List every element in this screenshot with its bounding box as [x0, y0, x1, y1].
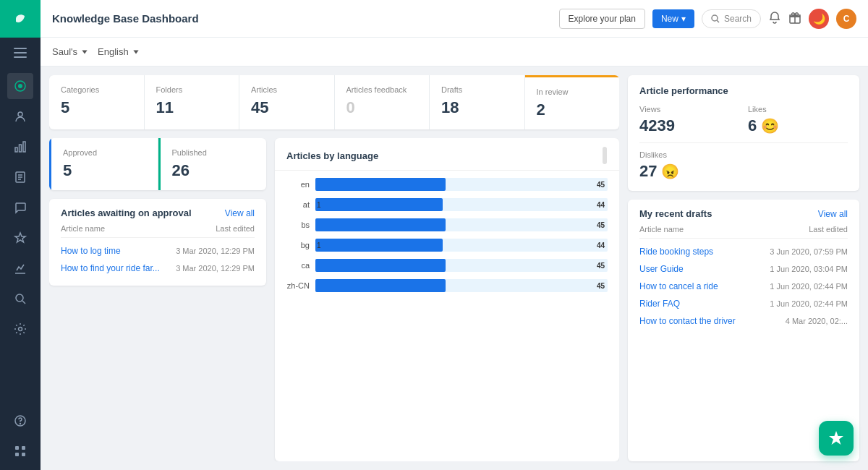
lang-label: at — [286, 200, 310, 209]
avatar[interactable]: C — [836, 9, 856, 29]
awaiting-header: Articles awaiting on approval View all — [61, 208, 255, 218]
views-item: Views 4239 — [639, 105, 739, 135]
performance-card: Article performance Views 4239 Likes 6 😊 — [628, 75, 859, 191]
drafts-label: Drafts — [441, 85, 513, 94]
drafts-scroll[interactable]: Ride booking steps 3 Jun 2020, 07:59 PM … — [639, 243, 848, 453]
bar-fill: 1 — [315, 198, 443, 211]
article-link[interactable]: How to find your ride far... — [61, 263, 160, 273]
bar-fill — [315, 259, 446, 272]
draft-link[interactable]: How to cancel a ride — [639, 281, 718, 291]
lang-chart-scroll[interactable]: en 45 at 1 44 bs — [275, 171, 619, 461]
topbar: Knowledge Base Dashboard Explore your pl… — [41, 0, 868, 38]
sidebar-item-knowledge[interactable] — [7, 73, 33, 99]
lang-chart-title: Articles by language — [286, 150, 378, 161]
theme-icon[interactable]: 🌙 — [809, 9, 829, 29]
table-row: Rider FAQ 1 Jun 2020, 02:44 PM — [639, 295, 848, 312]
drafts-view-all[interactable]: View all — [818, 209, 848, 219]
scroll-indicator[interactable] — [602, 147, 608, 164]
approved-label: Approved — [63, 148, 146, 157]
topbar-actions: Explore your plan New ▾ Search 🌙 C — [559, 9, 856, 29]
notification-icon[interactable] — [768, 11, 781, 27]
svg-line-25 — [717, 20, 719, 22]
search-icon — [711, 14, 720, 23]
draft-date: 1 Jun 2020, 03:04 PM — [770, 265, 848, 273]
draft-link[interactable]: User Guide — [639, 264, 684, 274]
sidebar-item-contacts[interactable] — [7, 103, 33, 129]
lang-chart-card: Articles by language en 45 at — [275, 138, 619, 461]
sidebar-logo[interactable] — [0, 0, 41, 38]
explore-plan-button[interactable]: Explore your plan — [559, 9, 645, 29]
dislikes-item: Dislikes 27 😠 — [639, 150, 848, 181]
table-row: Ride booking steps 3 Jun 2020, 07:59 PM — [639, 243, 848, 260]
workspace-selector[interactable]: Saul's — [52, 46, 89, 57]
sidebar-item-grid[interactable] — [7, 438, 33, 464]
svg-rect-9 — [23, 142, 25, 152]
lang-label: zh-CN — [286, 281, 310, 290]
sidebar-item-chat[interactable] — [7, 195, 33, 221]
bar-container: 45 — [315, 259, 608, 272]
bar-container: 45 — [315, 178, 608, 191]
happy-emoji: 😊 — [761, 117, 779, 134]
chevron-down-icon — [80, 48, 89, 56]
svg-rect-23 — [22, 453, 25, 456]
bar-num: 44 — [597, 201, 605, 209]
drafts-table-header: Article name Last edited — [639, 225, 848, 239]
articles-value: 45 — [251, 98, 323, 117]
stats-row: Categories 5 Folders 11 Articles 45 Arti… — [49, 75, 619, 129]
sidebar-item-help[interactable] — [7, 408, 33, 434]
svg-point-19 — [20, 424, 21, 424]
draft-link[interactable]: Ride booking steps — [639, 247, 713, 257]
categories-card: Categories 5 — [49, 75, 145, 129]
bar-bg: 45 — [315, 218, 608, 231]
draft-link[interactable]: Rider FAQ — [639, 299, 680, 309]
approved-value: 5 — [63, 161, 146, 180]
bar-num: 45 — [597, 181, 605, 189]
svg-point-5 — [18, 84, 22, 88]
bottom-section: Approved 5 Published 26 Articles awaitin… — [49, 138, 619, 461]
performance-title: Article performance — [639, 85, 848, 96]
dislikes-value: 27 😠 — [639, 162, 848, 181]
language-selector[interactable]: English — [98, 46, 140, 57]
chevron-down-icon — [132, 48, 140, 56]
draft-link[interactable]: How to contact the driver — [639, 316, 736, 326]
lang-label: en — [286, 180, 310, 189]
article-date: 3 Mar 2020, 12:29 PM — [176, 247, 255, 255]
awaiting-view-all[interactable]: View all — [225, 208, 255, 218]
in-review-value: 2 — [537, 101, 608, 119]
svg-rect-8 — [20, 145, 22, 152]
hamburger-icon[interactable] — [7, 40, 34, 67]
sidebar-item-analytics[interactable] — [7, 134, 33, 160]
sidebar — [0, 0, 41, 470]
lang-row: bg 1 44 — [286, 239, 608, 252]
bar-bg: 1 44 — [315, 239, 608, 252]
lang-row: zh-CN 45 — [286, 279, 608, 292]
table-row: How to find your ride far... 3 Mar 2020,… — [61, 260, 255, 277]
lang-label: bg — [286, 241, 310, 249]
sidebar-item-charts[interactable] — [7, 255, 33, 281]
table-row: User Guide 1 Jun 2020, 03:04 PM — [639, 260, 848, 278]
sidebar-item-docs[interactable] — [7, 164, 33, 190]
sidebar-item-reports[interactable] — [7, 225, 33, 251]
float-action-button[interactable] — [819, 421, 854, 456]
sidebar-item-search[interactable] — [7, 286, 33, 312]
folders-value: 11 — [156, 98, 228, 117]
float-icon — [827, 430, 845, 447]
performance-grid: Views 4239 Likes 6 😊 — [639, 105, 848, 135]
sidebar-item-settings[interactable] — [7, 316, 33, 342]
gift-icon[interactable] — [788, 11, 801, 27]
new-button[interactable]: New ▾ — [652, 9, 694, 28]
lang-row: bs 45 — [286, 218, 608, 231]
article-link[interactable]: How to log time — [61, 246, 121, 256]
articles-card: Articles 45 — [239, 75, 335, 129]
awaiting-table-header: Article name Last edited — [61, 224, 255, 238]
published-label: Published — [172, 148, 255, 157]
bar-bg: 45 — [315, 178, 608, 191]
bar-num: 44 — [597, 242, 605, 249]
article-date: 3 Mar 2020, 12:29 PM — [176, 264, 255, 273]
svg-rect-20 — [15, 446, 19, 450]
svg-point-17 — [19, 328, 22, 331]
drafts-header: My recent drafts View all — [639, 208, 848, 219]
sidebar-nav — [7, 67, 33, 402]
search-box[interactable]: Search — [702, 9, 761, 28]
published-value: 26 — [172, 161, 255, 180]
